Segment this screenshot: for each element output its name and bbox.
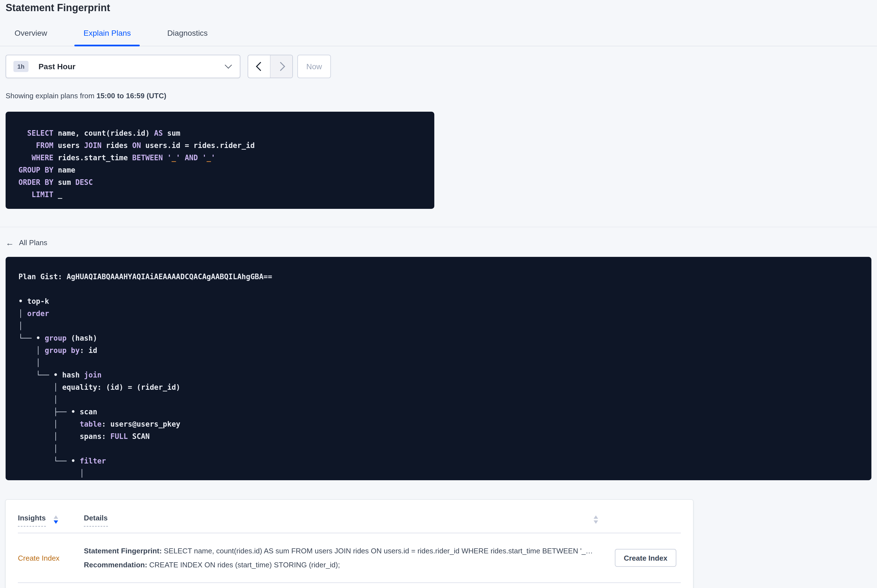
code-keyword: join — [84, 371, 102, 379]
code-line: GROUP BY name — [18, 164, 429, 177]
code-text: users.id = rides.rider_id — [141, 141, 254, 150]
code-keyword: FULL — [110, 432, 128, 441]
code-line: FROM users JOIN rides ON users.id = ride… — [18, 140, 429, 152]
code-text: │ — [53, 395, 58, 404]
fingerprint-text: SELECT name, count(rides.id) AS sum FROM… — [162, 547, 593, 555]
time-step-buttons — [248, 55, 293, 78]
code-line: │ table: users@users_pkey — [18, 418, 866, 430]
tab-overview[interactable]: Overview — [6, 23, 56, 46]
code-text: • — [36, 334, 45, 342]
code-keyword: BETWEEN — [132, 153, 163, 162]
column-header-details[interactable]: Details — [84, 514, 108, 526]
showing-range: 15:00 to 16:59 (UTC) — [96, 92, 166, 100]
all-plans-link[interactable]: ← All Plans — [6, 238, 47, 247]
code-text: │ — [36, 346, 41, 355]
time-range-label: Past Hour — [39, 62, 226, 71]
code-line: │ — [18, 357, 866, 369]
code-line: │ — [18, 394, 866, 406]
code-text: sum — [163, 129, 181, 137]
recommendation-text: CREATE INDEX ON rides (start_time) STORI… — [147, 561, 340, 569]
sort-up-arrow — [594, 515, 598, 519]
code-line: • top-k — [18, 296, 866, 308]
code-text: │ — [53, 444, 58, 453]
arrow-left-icon: ← — [6, 238, 14, 247]
code-line: └── • group (hash) — [18, 332, 866, 345]
code-text: └── — [18, 334, 36, 342]
code-text — [18, 408, 53, 416]
chevron-down-icon — [225, 62, 232, 68]
code-text: • scan — [71, 408, 97, 416]
code-text: • top-k — [18, 297, 49, 306]
code-text — [18, 395, 53, 404]
code-text: │ — [53, 420, 58, 428]
code-text: equality: (id) = (rider_id) — [58, 383, 180, 392]
code-line: WHERE rides.start_time BETWEEN '_' AND '… — [18, 152, 429, 164]
sort-down-arrow — [594, 520, 598, 524]
sort-up-arrow — [54, 515, 58, 519]
code-text: │ — [53, 432, 58, 441]
code-text — [18, 420, 53, 428]
code-text: └── — [36, 371, 54, 379]
code-text — [18, 371, 36, 379]
column-header-insights[interactable]: Insights — [18, 514, 46, 526]
showing-plans-text: Showing explain plans from 15:00 to 16:5… — [6, 92, 871, 100]
code-text — [58, 420, 80, 428]
sort-insights-icon[interactable] — [54, 515, 58, 524]
code-text — [18, 129, 27, 137]
next-time-button[interactable] — [270, 55, 292, 78]
code-keyword: group by — [45, 346, 80, 355]
code-text: ├── — [53, 408, 71, 416]
code-text — [18, 383, 53, 392]
sort-details-icon[interactable] — [594, 515, 598, 524]
code-text: _ — [53, 190, 62, 199]
code-text: users — [53, 141, 84, 150]
code-placeholder: _ — [171, 153, 176, 162]
time-range-selector[interactable]: 1h Past Hour — [6, 55, 240, 78]
code-line: │ — [18, 443, 866, 455]
code-text: │ — [18, 309, 23, 318]
prev-time-button[interactable] — [248, 55, 270, 78]
code-text — [18, 141, 36, 150]
code-keyword: order — [27, 309, 49, 318]
code-keyword: FROM — [36, 141, 54, 150]
code-text: name — [53, 166, 75, 174]
tab-explain-plans[interactable]: Explain Plans — [75, 23, 140, 46]
all-plans-label: All Plans — [19, 238, 47, 247]
code-line: │ equality: (id) = (rider_id) — [18, 381, 866, 394]
code-line: │ spans: FULL SCAN — [18, 430, 866, 443]
code-keyword: table — [80, 420, 101, 428]
insight-type-link[interactable]: Create Index — [18, 554, 84, 562]
code-line: │ order — [18, 308, 866, 320]
code-text — [163, 153, 167, 162]
code-line: ├── • scan — [18, 406, 866, 418]
sql-preview-box: SELECT name, count(rides.id) AS sum FROM… — [6, 112, 434, 209]
create-index-button[interactable]: Create Index — [615, 549, 676, 567]
code-text — [18, 153, 32, 162]
details-fingerprint-line: Statement Fingerprint: SELECT name, coun… — [84, 544, 606, 558]
code-text — [18, 432, 53, 441]
code-keyword: ' — [202, 153, 207, 162]
recommendation-label: Recommendation: — [84, 561, 147, 569]
code-line: ORDER BY sum DESC — [18, 177, 429, 189]
code-text — [18, 469, 80, 477]
code-keyword: SELECT — [27, 129, 53, 137]
now-button[interactable]: Now — [297, 55, 331, 78]
statement-fingerprint-page: Statement Fingerprint Overview Explain P… — [0, 0, 877, 588]
tab-diagnostics[interactable]: Diagnostics — [158, 23, 217, 46]
fingerprint-label: Statement Fingerprint: — [84, 547, 162, 555]
code-placeholder: _ — [206, 153, 211, 162]
chevron-right-icon — [275, 62, 285, 71]
tab-bar: Overview Explain Plans Diagnostics — [0, 23, 877, 46]
code-text — [23, 309, 27, 318]
code-keyword: LIMIT — [32, 190, 53, 199]
plan-tree: • top-k│ order│└── • group (hash) │ grou… — [18, 296, 866, 480]
code-text — [40, 346, 45, 355]
code-text: : id — [80, 346, 97, 355]
code-line: │ — [18, 320, 866, 332]
code-text — [18, 457, 53, 465]
code-text: name, count(rides.id) — [53, 129, 154, 137]
code-keyword: ' — [176, 153, 181, 162]
section-divider — [0, 227, 877, 227]
plan-gist-box: Plan Gist: AgHUAQIABQAAAHYAQIAiAEAAAADCQ… — [6, 257, 871, 480]
code-keyword: WHERE — [32, 153, 53, 162]
